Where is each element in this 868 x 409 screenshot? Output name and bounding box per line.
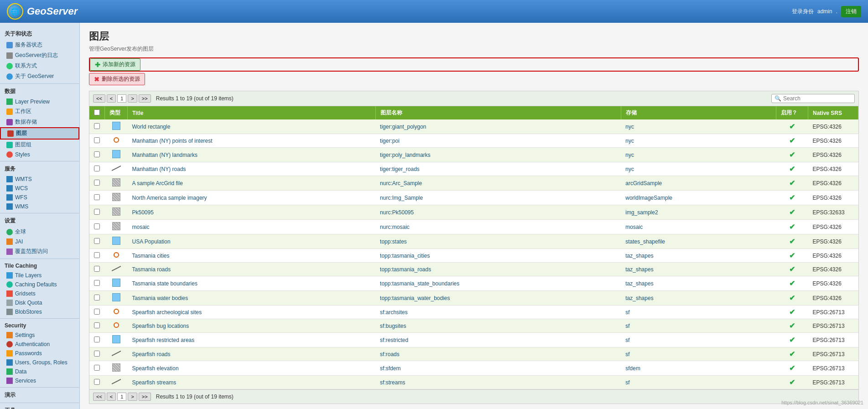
row-checkbox[interactable] (94, 180, 100, 186)
sidebar-item-server-status[interactable]: 服务器状态 (0, 40, 79, 50)
row-checkbox-cell[interactable] (89, 319, 105, 333)
row-checkbox-cell[interactable] (89, 347, 105, 361)
store-link[interactable]: worldImageSample (625, 195, 672, 201)
layer-name-link[interactable]: nurc:mosaic (380, 224, 410, 230)
layer-title-link[interactable]: Spearfish streams (132, 379, 177, 386)
store-link[interactable]: nyc (625, 152, 634, 158)
store-link[interactable]: taz_shapes (625, 280, 653, 287)
row-checkbox[interactable] (94, 379, 100, 385)
first-page-button[interactable]: << (93, 94, 105, 103)
sidebar-item-global[interactable]: 全球 (0, 227, 79, 237)
sidebar-item-wfs[interactable]: WFS (0, 193, 79, 202)
row-checkbox[interactable] (94, 337, 100, 342)
sidebar-item-layers[interactable]: 图层 (0, 127, 79, 140)
layer-name-link[interactable]: topp:states (380, 238, 407, 245)
sidebar-item-about[interactable]: 关于 GeoServer (0, 71, 79, 82)
layer-title-link[interactable]: North America sample imagery (132, 195, 207, 201)
layer-title-link[interactable]: Tasmania state boundaries (132, 280, 198, 287)
row-checkbox-cell[interactable] (89, 119, 105, 134)
row-checkbox[interactable] (94, 166, 100, 171)
sidebar-item-workspace[interactable]: 工作区 (0, 106, 79, 117)
sidebar-item-caching-defaults[interactable]: Caching Defaults (0, 280, 79, 289)
store-link[interactable]: states_shapefile (625, 238, 665, 245)
add-resource-button[interactable]: ✚ 添加新的资源 (90, 58, 140, 71)
layer-title-link[interactable]: Tasmania roads (132, 266, 171, 273)
row-checkbox-cell[interactable] (89, 162, 105, 176)
store-link[interactable]: taz_shapes (625, 295, 653, 301)
layer-title-link[interactable]: USA Population (132, 238, 171, 245)
layer-title-link[interactable]: Pk50095 (132, 209, 154, 216)
row-checkbox-cell[interactable] (89, 291, 105, 305)
layer-name-link[interactable]: sf:sfdem (380, 365, 400, 372)
row-checkbox-cell[interactable] (89, 220, 105, 234)
sidebar-item-wcs[interactable]: WCS (0, 184, 79, 193)
row-checkbox[interactable] (94, 322, 100, 328)
search-box[interactable]: 🔍 (771, 94, 855, 103)
store-link[interactable]: taz_shapes (625, 266, 653, 273)
row-checkbox-cell[interactable] (89, 263, 105, 276)
store-link[interactable]: sf (625, 351, 629, 357)
layer-name-link[interactable]: sf:roads (380, 351, 400, 357)
sidebar-item-tile-layers[interactable]: Tile Layers (0, 271, 79, 280)
layer-name-link[interactable]: topp:tasmania_water_bodies (380, 295, 450, 301)
store-link[interactable]: nyc (625, 138, 634, 144)
layer-title-link[interactable]: Tasmania water bodies (132, 295, 188, 301)
store-link[interactable]: taz_shapes (625, 253, 653, 259)
layer-title-link[interactable]: A sample ArcGrid file (132, 180, 183, 186)
layer-name-link[interactable]: tiger:tiger_roads (380, 166, 420, 172)
layer-name-link[interactable]: tiger:poly_landmarks (380, 152, 431, 158)
layer-title-link[interactable]: World rectangle (132, 124, 171, 130)
layer-title-link[interactable]: Spearfish elevation (132, 365, 179, 372)
store-link[interactable]: sf (625, 379, 629, 386)
row-checkbox-cell[interactable] (89, 176, 105, 191)
layer-name-link[interactable]: nurc:Img_Sample (380, 195, 423, 201)
layer-title-link[interactable]: Spearfish restricted areas (132, 337, 195, 343)
row-checkbox[interactable] (94, 252, 100, 258)
sidebar-item-gridsets[interactable]: Gridsets (0, 289, 79, 298)
layer-title-link[interactable]: Manhattan (NY) points of interest (132, 138, 213, 144)
row-checkbox-cell[interactable] (89, 249, 105, 263)
sidebar-item-layer-preview[interactable]: Layer Preview (0, 97, 79, 106)
row-checkbox-cell[interactable] (89, 333, 105, 347)
last-page-button-bottom[interactable]: >> (139, 393, 151, 401)
sidebar-item-authentication[interactable]: Authentication (0, 340, 79, 349)
sidebar-item-blobstores[interactable]: BlobStores (0, 307, 79, 316)
row-checkbox-cell[interactable] (89, 148, 105, 162)
layer-name-link[interactable]: sf:archsites (380, 309, 408, 316)
sidebar-item-data-security[interactable]: Data (0, 367, 79, 376)
sidebar-item-datastore[interactable]: 数据存储 (0, 117, 79, 127)
row-checkbox[interactable] (94, 137, 100, 143)
row-checkbox[interactable] (94, 123, 100, 129)
sidebar-item-settings-sec[interactable]: Settings (0, 331, 79, 340)
row-checkbox[interactable] (94, 223, 100, 229)
row-checkbox[interactable] (94, 209, 100, 215)
sidebar-item-styles[interactable]: Styles (0, 150, 79, 159)
sidebar-item-wms[interactable]: WMS (0, 202, 79, 211)
layer-title-link[interactable]: mosaic (132, 224, 150, 230)
layer-title-link[interactable]: Spearfish bug locations (132, 323, 189, 329)
layer-name-link[interactable]: topp:tasmania_cities (380, 253, 430, 259)
store-link[interactable]: arcGridSample (625, 180, 662, 186)
row-checkbox[interactable] (94, 194, 100, 200)
layer-title-link[interactable]: Spearfish roads (132, 351, 171, 357)
first-page-button-bottom[interactable]: << (93, 393, 105, 401)
row-checkbox[interactable] (94, 295, 100, 300)
row-checkbox[interactable] (94, 365, 100, 371)
row-checkbox-cell[interactable] (89, 205, 105, 220)
search-input[interactable] (783, 95, 852, 102)
sidebar-item-coverage[interactable]: 覆盖范围访问 (0, 246, 79, 257)
store-link[interactable]: sf (625, 323, 629, 329)
sidebar-item-jai[interactable]: JAI (0, 237, 79, 246)
store-link[interactable]: img_sample2 (625, 209, 658, 216)
remove-resource-button[interactable]: ✖ 删除所选的资源 (89, 73, 145, 85)
layer-name-link[interactable]: nurc:Arc_Sample (380, 180, 422, 186)
layer-title-link[interactable]: Tasmania cities (132, 253, 170, 259)
row-checkbox[interactable] (94, 280, 100, 286)
row-checkbox-cell[interactable] (89, 276, 105, 291)
row-checkbox[interactable] (94, 238, 100, 244)
sidebar-item-passwords[interactable]: Passwords (0, 349, 79, 358)
row-checkbox-cell[interactable] (89, 376, 105, 389)
layer-name-link[interactable]: sf:restricted (380, 337, 408, 343)
sidebar-item-layergroups[interactable]: 图层组 (0, 140, 79, 150)
logout-button[interactable]: 注销 (841, 6, 861, 17)
